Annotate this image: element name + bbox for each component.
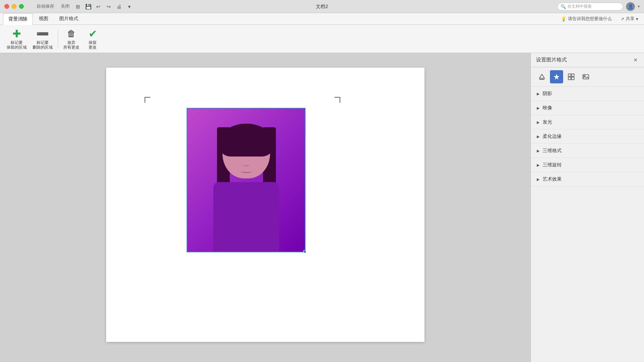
mouth: [241, 169, 252, 173]
panel-icon-fill[interactable]: [535, 70, 548, 83]
shadow-label: 阴影: [543, 90, 552, 97]
shadow-arrow-icon: ▶: [537, 92, 540, 96]
keep-changes-icon: ✔: [87, 28, 98, 39]
svg-rect-2: [568, 74, 571, 76]
art-effect-arrow-icon: ▶: [537, 177, 540, 181]
3d-format-arrow-icon: ▶: [537, 149, 540, 153]
tab-pic-format[interactable]: 图片格式: [54, 13, 83, 24]
discard-label: 放弃所有更改: [63, 40, 79, 50]
svg-rect-3: [572, 74, 574, 76]
minimize-button[interactable]: [12, 4, 16, 9]
keep-changes-label: 保留更改: [89, 40, 97, 50]
svg-rect-5: [572, 77, 574, 80]
search-box[interactable]: 🔍 在文档中搜索: [557, 3, 623, 11]
user-avatar[interactable]: 👤: [626, 2, 635, 11]
close-label[interactable]: 关闭: [59, 3, 71, 10]
autosave-label[interactable]: 自动保存: [35, 3, 56, 10]
glow-arrow-icon: ▶: [537, 120, 540, 124]
3d-rotate-label: 三维旋转: [543, 162, 562, 168]
right-panel: 设置图片格式 ✕ ▶ 阴影 ▶ 映像: [531, 53, 644, 362]
document-title: 文档2: [316, 3, 328, 10]
save-icon[interactable]: 💾: [85, 3, 92, 10]
fullscreen-button[interactable]: [19, 4, 24, 9]
panel-title: 设置图片格式: [536, 57, 567, 63]
3d-rotate-arrow-icon: ▶: [537, 163, 540, 167]
document-page: [106, 68, 424, 342]
body: [213, 182, 279, 252]
glow-label: 发光: [543, 119, 552, 125]
soft-edge-arrow-icon: ▶: [537, 135, 540, 139]
titlebar-right: 🔍 在文档中搜索 👤 ▾: [557, 2, 640, 11]
mark-delete-button[interactable]: ➖ 标记要删除的区域: [30, 26, 55, 51]
corner-handle-tl: [145, 97, 150, 103]
mark-delete-label: 标记要删除的区域: [33, 40, 53, 50]
art-effect-label: 艺术效果: [543, 176, 562, 182]
dropdown-icon[interactable]: ▾: [126, 3, 133, 10]
share-button[interactable]: ↗ 共享 ▾: [618, 14, 641, 23]
reflection-arrow-icon: ▶: [537, 106, 540, 110]
mark-delete-icon: ➖: [37, 28, 49, 39]
section-glow[interactable]: ▶ 发光: [531, 115, 644, 129]
mark-keep-icon: ✚: [11, 28, 23, 39]
panel-icon-effects[interactable]: [550, 70, 563, 83]
section-reflection[interactable]: ▶ 映像: [531, 101, 644, 115]
panel-header: 设置图片格式 ✕: [531, 53, 644, 67]
discard-icon: 🗑: [65, 28, 77, 39]
tab-view[interactable]: 视图: [34, 13, 53, 24]
reflection-label: 映像: [543, 105, 552, 111]
traffic-lights: [4, 4, 24, 9]
discard-button[interactable]: 🗑 放弃所有更改: [61, 26, 82, 51]
photo-image: [187, 109, 305, 252]
document-area[interactable]: [0, 53, 531, 362]
keep-changes-button[interactable]: ✔ 保留更改: [83, 26, 102, 51]
help-icon: 💡: [561, 16, 566, 22]
svg-marker-1: [554, 74, 559, 80]
panel-icon-picture[interactable]: [579, 70, 592, 83]
panel-close-button[interactable]: ✕: [632, 57, 639, 63]
user-dropdown-icon[interactable]: ▾: [638, 4, 640, 8]
section-shadow[interactable]: ▶ 阴影: [531, 87, 644, 101]
section-soft-edge[interactable]: ▶ 柔化边缘: [531, 129, 644, 144]
close-button[interactable]: [4, 4, 9, 9]
panel-icon-bar: [531, 67, 644, 87]
head: [222, 124, 270, 178]
help-button[interactable]: 💡 请告诉我您想要做什么: [558, 14, 615, 23]
photo-container[interactable]: [187, 108, 306, 252]
hair-top: [221, 124, 272, 157]
main-area: 设置图片格式 ✕ ▶ 阴影 ▶ 映像: [0, 53, 644, 362]
tab-bg-remove[interactable]: 背景消除: [3, 13, 33, 25]
title-bar: 自动保存 关闭 ⊞ 💾 ↩ ↪ 🖨 ▾ 文档2 🔍 在文档中搜索 👤 ▾: [0, 0, 644, 13]
redo-icon[interactable]: ↪: [105, 3, 112, 10]
section-3d-rotate[interactable]: ▶ 三维旋转: [531, 158, 644, 172]
search-placeholder: 在文档中搜索: [568, 4, 592, 9]
share-icon: ↗: [621, 16, 624, 22]
help-label: 请告诉我您想要做什么: [568, 16, 612, 22]
toolbar-divider: [58, 30, 58, 48]
3d-format-label: 三维格式: [543, 147, 562, 154]
ribbon-tabs: 背景消除 视图 图片格式 💡 请告诉我您想要做什么 ↗ 共享 ▾: [0, 13, 644, 25]
section-art-effect[interactable]: ▶ 艺术效果: [531, 172, 644, 186]
ribbon: 背景消除 视图 图片格式 💡 请告诉我您想要做什么 ↗ 共享 ▾ ✚ 标记要保留…: [0, 13, 644, 53]
person-figure: [202, 116, 290, 252]
share-label: 共享: [626, 16, 634, 22]
ribbon-right: 💡 请告诉我您想要做什么 ↗ 共享 ▾: [558, 13, 641, 24]
resize-handle[interactable]: [303, 250, 306, 253]
search-icon: 🔍: [561, 4, 566, 9]
ribbon-toolbar: ✚ 标记要保留的区域 ➖ 标记要删除的区域 🗑 放弃所有更改 ✔ 保留更改: [0, 25, 644, 53]
section-3d-format[interactable]: ▶ 三维格式: [531, 144, 644, 158]
soft-edge-label: 柔化边缘: [543, 133, 562, 140]
corner-handle-tr: [334, 97, 340, 103]
undo-icon[interactable]: ↩: [95, 3, 102, 10]
print-icon[interactable]: 🖨: [115, 3, 123, 10]
share-dropdown-icon: ▾: [636, 16, 638, 22]
panel-icon-layout[interactable]: [565, 70, 578, 83]
layout-icon[interactable]: ⊞: [74, 3, 82, 10]
mark-keep-button[interactable]: ✚ 标记要保留的区域: [4, 26, 29, 51]
nose: [243, 162, 250, 166]
svg-rect-4: [568, 77, 571, 80]
titlebar-controls: 自动保存 关闭 ⊞ 💾 ↩ ↪ 🖨 ▾: [35, 3, 133, 10]
mark-keep-label: 标记要保留的区域: [7, 40, 27, 50]
panel-sections: ▶ 阴影 ▶ 映像 ▶ 发光 ▶ 柔化边缘 ▶ 三维格式 ▶ 三维旋转: [531, 87, 644, 362]
